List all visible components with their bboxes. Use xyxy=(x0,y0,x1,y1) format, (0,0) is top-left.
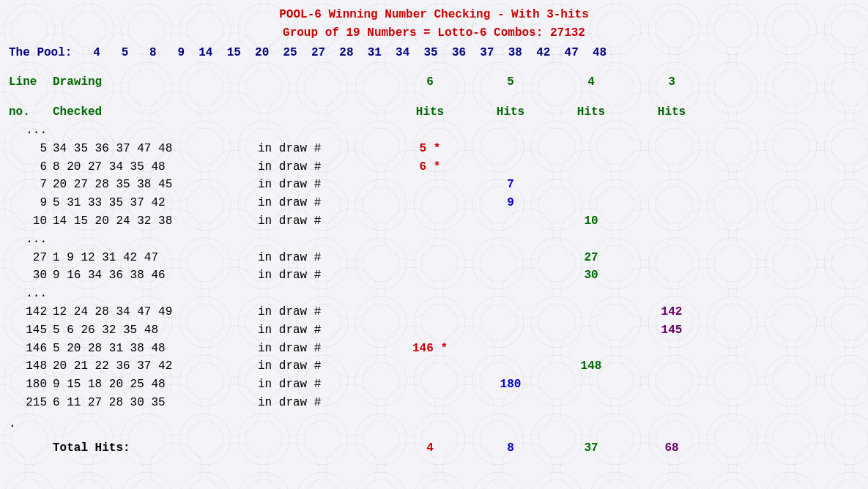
table-row: 30 9 16 34 36 38 46 in draw # 30 xyxy=(9,266,859,285)
ellipsis-row: ... xyxy=(9,231,859,249)
col-header-5hitsb: Hits xyxy=(470,103,551,122)
col-header-lineno1: Line xyxy=(9,73,53,92)
col-header-5hits1: 5 xyxy=(470,73,551,92)
row-drawing: 8 20 27 34 35 48 xyxy=(53,158,258,176)
row-drawing: 34 35 36 37 47 48 xyxy=(53,140,258,158)
row-indraw: in draw # xyxy=(258,394,390,412)
separator-dot: . xyxy=(9,415,859,433)
row-4hits: 30 xyxy=(551,266,631,285)
row-indraw: in draw # xyxy=(258,376,390,394)
row-indraw: in draw # xyxy=(258,176,390,194)
row-lineno: 145 xyxy=(9,321,53,340)
title-line1: POOL-6 Winning Number Checking - With 3-… xyxy=(9,6,859,24)
row-drawing: 20 21 22 36 37 42 xyxy=(53,357,258,376)
row-drawing: 12 24 28 34 47 49 xyxy=(53,303,258,321)
col-header-4hitsb: Hits xyxy=(551,103,631,122)
col-header-drawing1: Drawing xyxy=(53,73,258,92)
row-4hits: 10 xyxy=(551,212,631,231)
table-row: 10 14 15 20 24 32 38 in draw # 10 xyxy=(9,212,859,231)
col-header-6hitsb: Hits xyxy=(390,103,470,122)
row-lineno: 142 xyxy=(9,303,53,321)
total-4hits: 37 xyxy=(551,439,631,458)
table-row: 215 6 11 27 28 30 35 in draw # xyxy=(9,394,859,412)
row-drawing: 14 15 20 24 32 38 xyxy=(53,212,258,231)
table-row: 146 5 20 28 31 38 48 in draw # 146 * xyxy=(9,340,859,358)
ellipsis-marker: ... xyxy=(9,285,53,303)
col-header-3hitsb: Hits xyxy=(631,103,712,122)
total-indraw xyxy=(258,439,390,458)
col-header-indraw2 xyxy=(258,103,390,122)
row-lineno: 180 xyxy=(9,376,53,394)
table-row: 142 12 24 28 34 47 49 in draw # 142 xyxy=(9,303,859,321)
col-header-4hits1: 4 xyxy=(551,73,631,92)
table-row: 148 20 21 22 36 37 42 in draw # 148 xyxy=(9,357,859,376)
table-row: 27 1 9 12 31 42 47 in draw # 27 xyxy=(9,249,859,267)
table-row: 6 8 20 27 34 35 48 in draw # 6 * xyxy=(9,158,859,176)
row-5hits: 9 xyxy=(470,194,551,212)
pool-numbers: 4 5 8 9 14 15 20 25 27 28 31 34 35 36 37… xyxy=(79,46,607,59)
table-row: 5 34 35 36 37 47 48 in draw # 5 * xyxy=(9,140,859,158)
pool-line: The Pool: 4 5 8 9 14 15 20 25 27 28 31 3… xyxy=(9,44,859,62)
ellipsis-row: ... xyxy=(9,285,859,303)
column-header-row2: no. Checked Hits Hits Hits Hits xyxy=(9,103,859,122)
row-6hits: 6 * xyxy=(390,158,470,176)
row-indraw: in draw # xyxy=(258,140,390,158)
total-row: Total Hits: 4 8 37 68 xyxy=(9,439,859,458)
row-drawing: 9 16 34 36 38 46 xyxy=(53,266,258,285)
row-4hits: 27 xyxy=(551,249,631,267)
col-header-indraw1 xyxy=(258,73,390,92)
rows-container: ... 5 34 35 36 37 47 48 in draw # 5 * 6 … xyxy=(9,122,859,412)
row-lineno: 148 xyxy=(9,357,53,376)
row-indraw: in draw # xyxy=(258,212,390,231)
total-6hits: 4 xyxy=(390,439,470,458)
row-indraw: in draw # xyxy=(258,340,390,358)
row-lineno: 215 xyxy=(9,394,53,412)
row-lineno: 7 xyxy=(9,176,53,194)
pool-label: The Pool: xyxy=(9,46,72,59)
total-label: Total Hits: xyxy=(53,439,258,458)
title-line2: Group of 19 Numbers = Lotto-6 Combos: 27… xyxy=(9,24,859,42)
ellipsis-marker: ... xyxy=(9,122,53,140)
table-row: 180 9 15 18 20 25 48 in draw # 180 xyxy=(9,376,859,394)
col-header-drawing2: Checked xyxy=(53,103,258,122)
table-row: 145 5 6 26 32 35 48 in draw # 145 xyxy=(9,321,859,340)
row-drawing: 20 27 28 35 38 45 xyxy=(53,176,258,194)
col-header-lineno2: no. xyxy=(9,103,53,122)
col-header-3hits1: 3 xyxy=(631,73,712,92)
row-drawing: 1 9 12 31 42 47 xyxy=(53,249,258,267)
row-indraw: in draw # xyxy=(258,249,390,267)
row-lineno: 6 xyxy=(9,158,53,176)
ellipsis-row: ... xyxy=(9,122,859,140)
row-drawing: 6 11 27 28 30 35 xyxy=(53,394,258,412)
row-drawing: 5 20 28 31 38 48 xyxy=(53,340,258,358)
row-indraw: in draw # xyxy=(258,158,390,176)
row-lineno: 27 xyxy=(9,249,53,267)
row-indraw: in draw # xyxy=(258,357,390,376)
row-lineno: 30 xyxy=(9,266,53,285)
row-indraw: in draw # xyxy=(258,266,390,285)
row-3hits: 145 xyxy=(631,321,712,340)
row-drawing: 9 15 18 20 25 48 xyxy=(53,376,258,394)
total-5hits: 8 xyxy=(470,439,551,458)
row-3hits: 142 xyxy=(631,303,712,321)
table-row: 9 5 31 33 35 37 42 in draw # 9 xyxy=(9,194,859,212)
table-row: 7 20 27 28 35 38 45 in draw # 7 xyxy=(9,176,859,194)
row-4hits: 148 xyxy=(551,357,631,376)
row-drawing: 5 6 26 32 35 48 xyxy=(53,321,258,340)
row-indraw: in draw # xyxy=(258,303,390,321)
row-lineno: 146 xyxy=(9,340,53,358)
row-lineno: 9 xyxy=(9,194,53,212)
row-drawing: 5 31 33 35 37 42 xyxy=(53,194,258,212)
row-6hits: 5 * xyxy=(390,140,470,158)
row-6hits: 146 * xyxy=(390,340,470,358)
total-spacer xyxy=(9,439,53,458)
row-indraw: in draw # xyxy=(258,321,390,340)
row-lineno: 5 xyxy=(9,140,53,158)
row-5hits: 7 xyxy=(470,176,551,194)
column-header-row1: Line Drawing 6 5 4 3 xyxy=(9,73,859,92)
row-indraw: in draw # xyxy=(258,194,390,212)
row-lineno: 10 xyxy=(9,212,53,231)
col-header-6hits1: 6 xyxy=(390,73,470,92)
row-5hits: 180 xyxy=(470,376,551,394)
ellipsis-marker: ... xyxy=(9,231,53,249)
